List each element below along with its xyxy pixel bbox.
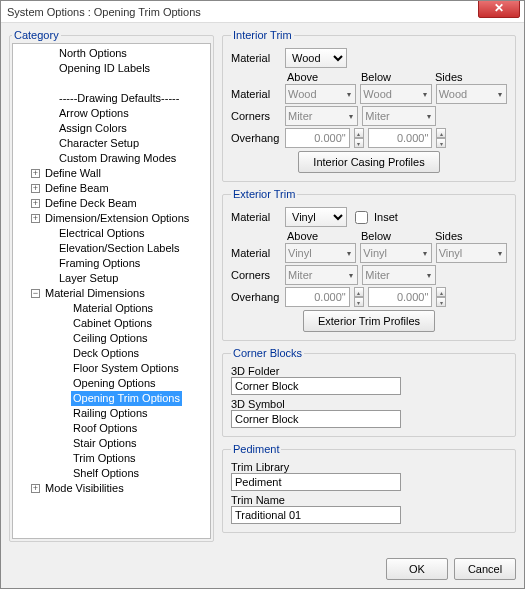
interior-overhang-label: Overhang [231, 132, 281, 144]
exterior-material-select[interactable]: Vinyl [285, 207, 347, 227]
tree-node[interactable]: +Define Wall [17, 166, 210, 181]
tree-node[interactable]: Shelf Options [17, 466, 210, 481]
tree-node-label: -----Drawing Defaults----- [57, 91, 181, 106]
expand-icon[interactable]: + [31, 484, 40, 493]
interior-material-below[interactable]: Wood▾ [360, 84, 431, 104]
pediment-lib-input[interactable] [231, 473, 401, 491]
close-button[interactable]: ✕ [478, 0, 520, 18]
tree-node-label: Assign Colors [57, 121, 129, 136]
exterior-trim-legend: Exterior Trim [231, 188, 297, 200]
exterior-corners-above[interactable]: Miter▾ [285, 265, 358, 285]
exterior-inset-checkbox[interactable] [355, 211, 368, 224]
interior-material-label: Material [231, 52, 281, 64]
exterior-corners-below[interactable]: Miter▾ [362, 265, 435, 285]
expand-icon[interactable]: + [31, 184, 40, 193]
interior-material-select[interactable]: Wood [285, 48, 347, 68]
tree-node-label: Material Dimensions [43, 286, 147, 301]
tree-bullet-icon [45, 49, 54, 58]
interior-col-below: Below [359, 71, 433, 83]
exterior-material-below[interactable]: Vinyl▾ [360, 243, 431, 263]
exterior-overhang-above[interactable]: 0.000" [285, 287, 350, 307]
tree-node[interactable]: Cabinet Options [17, 316, 210, 331]
expand-icon[interactable]: + [31, 169, 40, 178]
tree-node[interactable]: Custom Drawing Modes [17, 151, 210, 166]
corner-blocks-symbol-label: 3D Symbol [231, 398, 507, 410]
ok-button[interactable]: OK [386, 558, 448, 580]
tree-node[interactable]: Ceiling Options [17, 331, 210, 346]
tree-node[interactable]: Stair Options [17, 436, 210, 451]
tree-node-label: Trim Options [71, 451, 138, 466]
tree-node[interactable]: +Define Deck Beam [17, 196, 210, 211]
exterior-overhang-below-spinner[interactable]: ▴▾ [436, 287, 446, 307]
tree-node[interactable]: North Options [17, 46, 210, 61]
tree-node[interactable]: +Mode Visibilities [17, 481, 210, 496]
interior-overhang-below-spinner[interactable]: ▴▾ [436, 128, 446, 148]
tree-bullet-icon [59, 334, 68, 343]
collapse-icon[interactable]: − [31, 289, 40, 298]
tree-bullet-icon [59, 424, 68, 433]
exterior-material-above[interactable]: Vinyl▾ [285, 243, 356, 263]
tree-node-label: Define Deck Beam [43, 196, 139, 211]
chevron-down-icon: ▾ [345, 249, 353, 258]
exterior-trim-profiles-button[interactable]: Exterior Trim Profiles [303, 310, 435, 332]
tree-node[interactable]: Railing Options [17, 406, 210, 421]
tree-node[interactable]: +Dimension/Extension Options [17, 211, 210, 226]
exterior-overhang-above-spinner[interactable]: ▴▾ [354, 287, 364, 307]
dialog-footer: OK Cancel [386, 558, 516, 580]
tree-node[interactable]: Assign Colors [17, 121, 210, 136]
interior-trim-group: Interior Trim Material Wood Above Below … [222, 29, 516, 182]
tree-node[interactable]: -----Drawing Defaults----- [17, 91, 210, 106]
tree-bullet-icon [59, 349, 68, 358]
tree-node-label: Define Beam [43, 181, 111, 196]
tree-bullet-icon [45, 79, 54, 88]
interior-overhang-above[interactable]: 0.000" [285, 128, 350, 148]
tree-node[interactable]: −Material Dimensions [17, 286, 210, 301]
expand-icon[interactable]: + [31, 199, 40, 208]
category-tree[interactable]: North OptionsOpening ID Labels-----Drawi… [12, 43, 211, 539]
tree-node[interactable]: Roof Options [17, 421, 210, 436]
tree-node[interactable]: Opening Trim Options [17, 391, 210, 406]
chevron-down-icon: ▾ [425, 112, 433, 121]
interior-corners-below[interactable]: Miter▾ [362, 106, 435, 126]
tree-node[interactable] [17, 76, 210, 91]
tree-node[interactable]: +Define Beam [17, 181, 210, 196]
interior-corners-above[interactable]: Miter▾ [285, 106, 358, 126]
tree-node-label: Railing Options [71, 406, 150, 421]
tree-bullet-icon [45, 64, 54, 73]
interior-overhang-below[interactable]: 0.000" [368, 128, 433, 148]
tree-node[interactable]: Floor System Options [17, 361, 210, 376]
interior-material-sides[interactable]: Wood▾ [436, 84, 507, 104]
cancel-button[interactable]: Cancel [454, 558, 516, 580]
interior-material2-label: Material [231, 88, 281, 100]
category-legend: Category [12, 29, 61, 41]
tree-node[interactable]: Arrow Options [17, 106, 210, 121]
interior-casing-profiles-button[interactable]: Interior Casing Profiles [298, 151, 439, 173]
tree-node[interactable]: Material Options [17, 301, 210, 316]
pediment-name-input[interactable] [231, 506, 401, 524]
tree-node[interactable]: Opening ID Labels [17, 61, 210, 76]
options-panel: Interior Trim Material Wood Above Below … [222, 29, 516, 542]
tree-node[interactable]: Framing Options [17, 256, 210, 271]
tree-node-label: Roof Options [71, 421, 139, 436]
exterior-overhang-below[interactable]: 0.000" [368, 287, 433, 307]
interior-overhang-above-spinner[interactable]: ▴▾ [354, 128, 364, 148]
expand-icon[interactable]: + [31, 214, 40, 223]
tree-bullet-icon [45, 139, 54, 148]
tree-node[interactable]: Layer Setup [17, 271, 210, 286]
tree-node-label: Character Setup [57, 136, 141, 151]
corner-blocks-symbol-input[interactable] [231, 410, 401, 428]
tree-bullet-icon [59, 454, 68, 463]
tree-node-label: Shelf Options [71, 466, 141, 481]
tree-node[interactable]: Elevation/Section Labels [17, 241, 210, 256]
interior-material-above[interactable]: Wood▾ [285, 84, 356, 104]
corner-blocks-folder-input[interactable] [231, 377, 401, 395]
tree-node[interactable]: Character Setup [17, 136, 210, 151]
tree-node[interactable]: Opening Options [17, 376, 210, 391]
tree-node[interactable]: Electrical Options [17, 226, 210, 241]
exterior-material-sides[interactable]: Vinyl▾ [436, 243, 507, 263]
tree-node-label: Dimension/Extension Options [43, 211, 191, 226]
tree-node[interactable]: Deck Options [17, 346, 210, 361]
tree-node[interactable]: Trim Options [17, 451, 210, 466]
exterior-col-above: Above [285, 230, 359, 242]
chevron-down-icon: ▾ [496, 249, 504, 258]
